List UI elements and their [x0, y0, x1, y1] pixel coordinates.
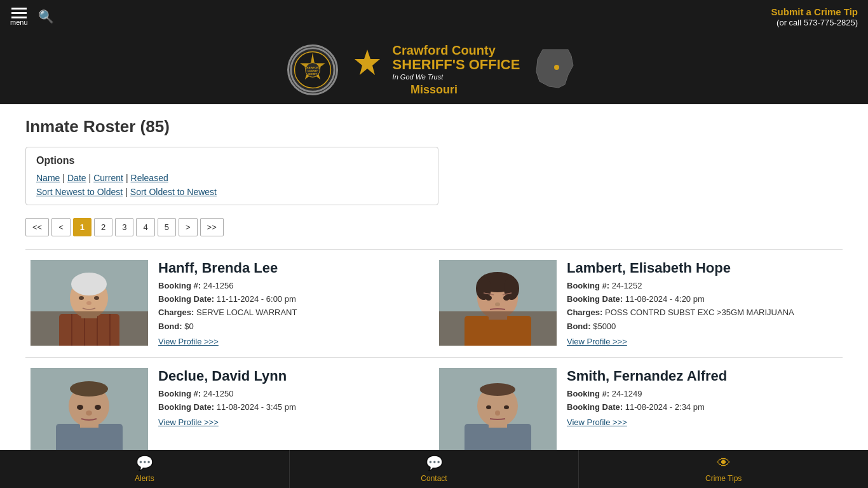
hanff-photo-svg [31, 260, 148, 346]
svg-rect-11 [59, 314, 119, 346]
view-profile-hanff[interactable]: View Profile >>> [158, 337, 219, 346]
logo-text-group: Crawford County SHERIFF'S OFFICE In God … [348, 43, 520, 96]
nav-alerts[interactable]: 💬 Alerts [0, 450, 290, 488]
page-5-btn[interactable]: 5 [158, 218, 176, 236]
svg-point-19 [79, 296, 84, 300]
view-profile-declue[interactable]: View Profile >>> [158, 417, 219, 427]
motto: In God We Trust [393, 73, 520, 81]
page-first-btn[interactable]: << [25, 218, 49, 236]
page-prev-btn[interactable]: < [51, 218, 71, 236]
declue-photo-svg [31, 368, 148, 454]
inmate-name-hanff: Hanff, Brenda Lee [158, 260, 429, 276]
view-profile-smith[interactable]: View Profile >>> [567, 417, 627, 427]
page-1-btn[interactable]: 1 [73, 218, 92, 236]
inmate-photo-lambert [439, 260, 557, 346]
logo-area: CRAWFORD COUNTY SHERIFF Crawford County … [0, 33, 868, 104]
menu-label: menu [10, 18, 28, 26]
sort-newest-link[interactable]: Sort Newest to Oldest [36, 187, 123, 197]
svg-point-20 [94, 296, 99, 300]
svg-point-30 [503, 295, 510, 301]
missouri-map [530, 43, 581, 97]
page-next-btn[interactable]: > [179, 218, 198, 236]
svg-point-41 [86, 410, 92, 416]
main-content: Inmate Roster (85) Options Name | Date |… [0, 104, 868, 488]
badge-svg: CRAWFORD COUNTY SHERIFF [289, 45, 336, 95]
sort-links: Sort Newest to Oldest | Sort Oldest to N… [36, 187, 428, 197]
crime-tip-link[interactable]: Submit a Crime Tip [771, 6, 858, 17]
view-profile-lambert[interactable]: View Profile >>> [567, 337, 627, 346]
inmate-bond-lambert: Bond: $5000 [567, 321, 837, 332]
svg-rect-23 [465, 316, 531, 346]
svg-point-48 [504, 405, 509, 409]
page-title: Inmate Roster (85) [25, 117, 843, 137]
nav-crime-tips[interactable]: 👁 Crime Tips [579, 450, 868, 488]
svg-point-47 [486, 405, 491, 409]
inmate-name-smith: Smith, Fernandez Alfred [567, 368, 837, 384]
options-box: Options Name | Date | Current | Released… [25, 147, 438, 205]
inmate-booking-num-declue: Booking #: 24-1250 [158, 388, 429, 400]
sheriff-badge: CRAWFORD COUNTY SHERIFF [287, 44, 338, 95]
svg-point-39 [77, 405, 83, 410]
map-svg [530, 43, 581, 94]
crime-tip-phone: (or call 573-775-2825) [771, 18, 858, 27]
svg-point-18 [71, 273, 107, 295]
top-header: menu 🔍 Submit a Crime Tip (or call 573-7… [0, 0, 868, 33]
svg-point-49 [495, 410, 500, 416]
bottom-nav: 💬 Alerts 💬 Contact 👁 Crime Tips [0, 450, 868, 488]
inmate-booking-num-hanff: Booking #: 24-1256 [158, 280, 429, 292]
inmate-card-hanff: Hanff, Brenda Lee Booking #: 24-1256 Boo… [25, 249, 434, 357]
inmate-booking-num-smith: Booking #: 24-1249 [567, 388, 837, 400]
county-name: Crawford County [393, 43, 520, 57]
svg-point-8 [554, 65, 559, 70]
sheriff-office-name: SHERIFF'S OFFICE [393, 57, 520, 72]
inmate-booking-date-hanff: Booking Date: 11-11-2024 - 6:00 pm [158, 294, 429, 305]
svg-point-46 [480, 383, 515, 396]
svg-text:SHERIFF: SHERIFF [308, 73, 317, 76]
state-name: Missouri [410, 83, 458, 97]
svg-point-40 [95, 405, 101, 410]
svg-point-21 [86, 301, 92, 305]
menu-button[interactable]: menu [10, 8, 28, 26]
lambert-photo-svg [439, 260, 557, 346]
filter-name-link[interactable]: Name [36, 173, 60, 183]
inmate-info-hanff: Hanff, Brenda Lee Booking #: 24-1256 Boo… [158, 260, 429, 347]
nav-contact[interactable]: 💬 Contact [290, 450, 580, 488]
svg-point-33 [495, 302, 500, 306]
filter-released-link[interactable]: Released [131, 173, 168, 183]
inmate-photo-declue [31, 368, 148, 454]
sort-oldest-link[interactable]: Sort Oldest to Newest [130, 187, 217, 197]
inmate-info-declue: Declue, David Lynn Booking #: 24-1250 Bo… [158, 368, 429, 454]
inmate-photo-smith [439, 368, 557, 454]
search-icon[interactable]: 🔍 [38, 9, 54, 24]
inmate-card-declue: Declue, David Lynn Booking #: 24-1250 Bo… [25, 357, 434, 464]
inmate-booking-date-lambert: Booking Date: 11-08-2024 - 4:20 pm [567, 294, 837, 305]
photo-placeholder-lambert [439, 260, 557, 346]
svg-point-38 [70, 381, 108, 396]
page-3-btn[interactable]: 3 [115, 218, 133, 236]
page-last-btn[interactable]: >> [200, 218, 224, 236]
sheriff-name-block: Crawford County SHERIFF'S OFFICE In God … [393, 43, 520, 80]
inmate-booking-date-declue: Booking Date: 11-08-2024 - 3:45 pm [158, 402, 429, 413]
inmate-list: Hanff, Brenda Lee Booking #: 24-1256 Boo… [25, 249, 843, 464]
svg-marker-7 [355, 50, 380, 75]
inmate-photo-hanff [31, 260, 148, 346]
filter-current-link[interactable]: Current [93, 173, 123, 183]
svg-text:COUNTY: COUNTY [308, 70, 318, 72]
hamburger-icon [11, 8, 27, 18]
filter-date-link[interactable]: Date [67, 173, 86, 183]
inmate-name-declue: Declue, David Lynn [158, 368, 429, 384]
photo-placeholder-hanff [31, 260, 148, 346]
page-2-btn[interactable]: 2 [94, 218, 112, 236]
sheriff-mascot-icon [348, 46, 386, 78]
inmate-card-lambert: Lambert, Elisabeth Hope Booking #: 24-12… [434, 249, 843, 357]
crime-tips-icon: 👁 [717, 455, 731, 471]
crime-tips-label: Crime Tips [705, 474, 742, 483]
smith-photo-svg [439, 368, 557, 454]
options-title: Options [36, 155, 428, 166]
inmate-charges-hanff: Charges: SERVE LOCAL WARRANT [158, 307, 429, 318]
page-4-btn[interactable]: 4 [136, 218, 154, 236]
inmate-bond-hanff: Bond: $0 [158, 321, 429, 332]
alerts-icon: 💬 [136, 455, 153, 471]
inmate-booking-date-smith: Booking Date: 11-08-2024 - 2:34 pm [567, 402, 837, 413]
contact-label: Contact [421, 474, 447, 483]
